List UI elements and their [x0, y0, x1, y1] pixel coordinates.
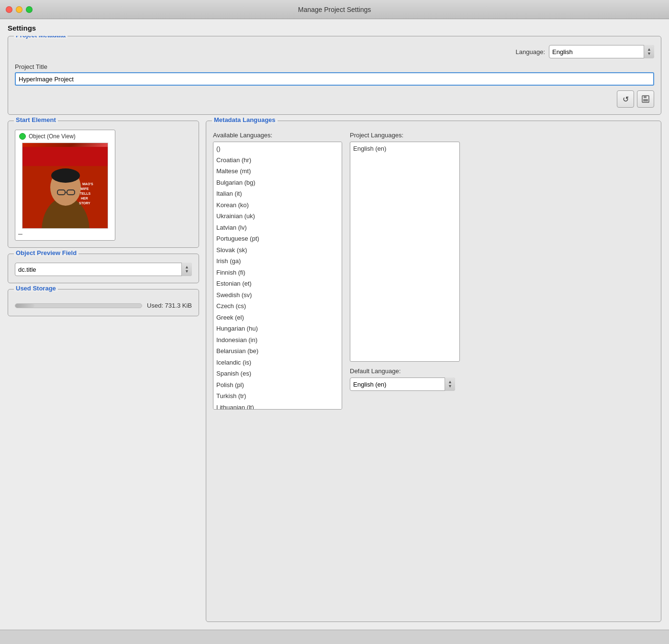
list-item[interactable]: Korean (ko)	[213, 200, 342, 211]
save-icon	[641, 95, 650, 103]
object-preview-section: Object Preview Field dc.title dc.identif…	[8, 254, 199, 283]
title-bar: Manage Project Settings	[0, 0, 669, 19]
list-item[interactable]: Spanish (es)	[213, 368, 342, 379]
lower-row: Start Element Object (One View) TIME	[8, 121, 661, 622]
list-item[interactable]: Greek (el)	[213, 312, 342, 323]
svg-rect-4	[22, 147, 108, 166]
settings-header: Settings	[0, 19, 669, 36]
content-area: Project Metadata Language: English Germa…	[0, 36, 669, 630]
project-title-input[interactable]	[15, 72, 654, 86]
svg-point-10	[51, 168, 80, 183]
list-item[interactable]: Belarusian (be)	[213, 345, 342, 357]
available-languages-list[interactable]: () Croatian (hr) Maltese (mt) Bulgarian …	[213, 142, 342, 410]
maximize-button[interactable]	[26, 6, 33, 13]
project-metadata-section: Project Metadata Language: English Germa…	[8, 36, 661, 115]
default-language-select[interactable]: English (en)	[350, 378, 455, 391]
window-title: Manage Project Settings	[298, 6, 371, 13]
project-languages-column: Project Languages: English (en) Default …	[350, 132, 460, 615]
available-languages-label: Available Languages:	[213, 132, 342, 139]
object-preview-select[interactable]: dc.title dc.identifier dc.description	[15, 263, 192, 276]
list-item[interactable]: Indonesian (in)	[213, 334, 342, 346]
save-button[interactable]	[637, 90, 654, 108]
list-item[interactable]: Portuguese (pt)	[213, 233, 342, 244]
start-element-legend: Start Element	[14, 116, 58, 123]
svg-text:HER: HER	[81, 197, 88, 200]
list-item[interactable]: ()	[213, 143, 342, 155]
list-item[interactable]: Estonian (et)	[213, 278, 342, 289]
language-select-wrapper[interactable]: English German (de) French (fr) Spanish …	[549, 45, 654, 58]
list-item[interactable]: Ukrainian (uk)	[213, 211, 342, 222]
metadata-buttons: ↺	[15, 90, 654, 108]
list-item[interactable]: English (en)	[350, 143, 459, 155]
list-item[interactable]: Slovak (sk)	[213, 244, 342, 256]
list-item[interactable]: Czech (cs)	[213, 300, 342, 312]
metadata-languages-section: Metadata Languages Available Languages: …	[206, 121, 661, 622]
svg-text:STORY: STORY	[79, 201, 90, 205]
list-item[interactable]: Hungarian (hu)	[213, 323, 342, 334]
cover-figure: MAO'S WIFE TELLS HER STORY	[22, 147, 108, 228]
list-item[interactable]: Irish (ga)	[213, 255, 342, 267]
main-window: Settings Project Metadata Language: Engl…	[0, 19, 669, 644]
project-languages-label: Project Languages:	[350, 132, 460, 139]
list-item[interactable]: Polish (pl)	[213, 379, 342, 391]
start-element-header-row: Object (One View)	[17, 132, 113, 141]
list-item[interactable]: Latvian (lv)	[213, 222, 342, 233]
language-row: Language: English German (de) French (fr…	[15, 45, 654, 58]
project-title-label: Project Title	[15, 63, 654, 70]
list-item[interactable]: Bulgarian (bg)	[213, 177, 342, 189]
metadata-languages-inner: Available Languages: () Croatian (hr) Ma…	[213, 132, 654, 615]
minimize-button[interactable]	[16, 6, 22, 13]
start-element-minus[interactable]: –	[17, 229, 113, 238]
svg-text:MAO'S: MAO'S	[82, 182, 93, 186]
storage-text: Used: 731.3 KiB	[147, 302, 192, 309]
traffic-lights	[6, 6, 33, 13]
left-column: Start Element Object (One View) TIME	[8, 121, 199, 622]
list-item[interactable]: Swedish (sv)	[213, 289, 342, 301]
default-language-area: Default Language: English (en) ▲▼	[350, 367, 460, 391]
list-item[interactable]: Croatian (hr)	[213, 155, 342, 166]
used-storage-legend: Used Storage	[14, 285, 58, 292]
list-item[interactable]: Icelandic (is)	[213, 357, 342, 368]
time-magazine-cover: TIME	[22, 143, 108, 228]
list-item[interactable]: Italian (it)	[213, 188, 342, 200]
svg-rect-1	[644, 96, 647, 98]
list-item[interactable]: Turkish (tr)	[213, 390, 342, 402]
svg-text:TELLS: TELLS	[80, 192, 90, 195]
project-metadata-legend: Project Metadata	[14, 36, 67, 39]
project-languages-list[interactable]: English (en)	[350, 142, 460, 362]
green-dot-icon	[19, 133, 26, 140]
storage-bar-bg	[15, 303, 142, 308]
used-storage-section: Used Storage Used: 731.3 KiB	[8, 289, 199, 316]
available-languages-column: Available Languages: () Croatian (hr) Ma…	[213, 132, 342, 615]
default-language-select-wrapper[interactable]: English (en) ▲▼	[350, 378, 455, 391]
close-button[interactable]	[6, 6, 12, 13]
storage-bar-row: Used: 731.3 KiB	[15, 302, 192, 309]
svg-rect-2	[643, 99, 648, 101]
start-element-inner: Object (One View) TIME	[15, 130, 115, 241]
list-item[interactable]: Maltese (mt)	[213, 166, 342, 177]
start-element-image: TIME	[22, 143, 108, 229]
start-element-section: Start Element Object (One View) TIME	[8, 121, 199, 248]
storage-bar-fill	[15, 304, 34, 308]
svg-text:WIFE: WIFE	[80, 187, 89, 190]
language-select[interactable]: English German (de) French (fr) Spanish …	[549, 45, 654, 58]
metadata-languages-legend: Metadata Languages	[212, 116, 278, 123]
reset-button[interactable]: ↺	[617, 90, 634, 108]
list-item[interactable]: Finnish (fi)	[213, 267, 342, 278]
list-item[interactable]: Lithuanian (lt)	[213, 402, 342, 410]
default-language-label: Default Language:	[350, 367, 460, 375]
start-element-label: Object (One View)	[29, 133, 76, 140]
bottom-bar	[0, 630, 669, 644]
object-preview-legend: Object Preview Field	[14, 249, 78, 256]
object-preview-select-wrapper[interactable]: dc.title dc.identifier dc.description ▲▼	[15, 263, 192, 276]
language-label: Language:	[516, 48, 545, 56]
